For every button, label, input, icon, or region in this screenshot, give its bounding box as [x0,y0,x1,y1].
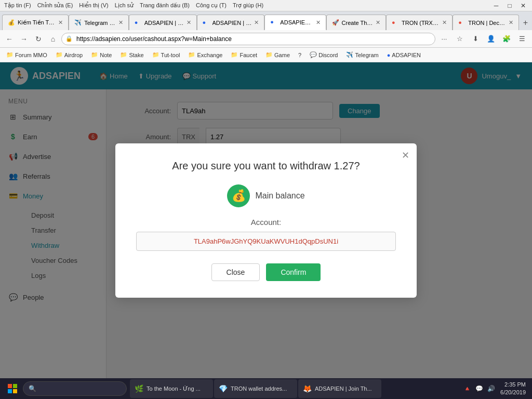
taskbar-label-adsapien: ADSAPIEN | Join Th... [315,385,372,392]
menu-trangdanhday[interactable]: Trang đánh dấu (B) [140,2,190,9]
modal-close-button[interactable]: ✕ [402,150,409,161]
close-button[interactable]: ✕ [518,1,528,10]
address-input[interactable] [61,33,435,45]
home-button[interactable]: ⌂ [47,33,59,45]
taskbar-search[interactable]: 🔍 [23,381,127,396]
lock-icon: 🔒 [65,35,73,42]
tab-tron2[interactable]: ● TRON | Decent... ✕ [453,15,519,30]
taskbar-app-tron[interactable]: 💎 TRON wallet addres... [214,379,297,398]
menu-taptin[interactable]: Tập tin (F) [4,2,31,9]
taskbar-right: 🔺 💬 🔊 2:35 PM 6/20/2019 [462,381,529,397]
menu-hienthi[interactable]: Hiển thị (V) [79,2,108,9]
taskbar-app-adsapien[interactable]: 🦊 ADSAPIEN | Join Th... [298,379,381,398]
tab-close-adsapien5[interactable]: ✕ [316,19,321,26]
tab-icon-adsapien5: ● [270,19,277,26]
bookmark-tuttool[interactable]: 📁 Tut-tool [149,50,183,59]
menu-chinhedit[interactable]: Chỉnh sửa (E) [37,2,73,9]
more-button[interactable]: ··· [437,32,451,46]
tab-close-telegram[interactable]: ✕ [118,19,123,26]
bookmark-discord[interactable]: 💬 Discord [307,50,341,59]
bookmark-icon-exchange: 📁 [188,51,195,58]
address-bar: ← → ↻ ⌂ 🔒 ··· ☆ ⬇ 👤 🧩 ☰ [0,30,532,48]
refresh-button[interactable]: ↻ [32,33,45,45]
account-button[interactable]: 👤 [484,32,498,46]
menu-button[interactable]: ☰ [515,32,529,46]
modal-dialog: ✕ Are you sure you want to withdraw 1.27… [115,143,417,298]
bookmark-faucet[interactable]: 📁 Faucet [228,50,260,59]
modal-title: Are you sure you want to withdraw 1.27? [136,160,396,172]
browser-content: 🏃 ADSAPIEN 🏠 Home ⬆ Upgrade 💬 Support U … [0,62,532,378]
menu-trogiup[interactable]: Trợ giúp (H) [233,2,263,9]
tab-icon-createthread: 🚀 [332,19,339,26]
new-tab-button[interactable]: + [519,16,532,30]
tab-icon-telegram: ✈️ [74,19,82,26]
tab-icon-tron1: ● [392,19,399,26]
tab-label-createthread: Create Thread [342,20,373,26]
bookmark-forummmo[interactable]: 📁 Forum MMO [3,50,50,59]
taskbar-icon-adsapien: 🦊 [302,384,312,393]
bookmark-airdrop[interactable]: 📁 Airdrop [52,50,86,59]
extensions-button[interactable]: 🧩 [500,32,513,46]
bookmark-telegram[interactable]: ✈️ Telegram [343,50,381,59]
modal-buttons: Close Confirm [136,263,396,281]
tab-icon-adsapien4: ● [203,19,210,26]
menu-congtcu[interactable]: Công cụ (T) [196,2,227,9]
download-button[interactable]: ⬇ [469,32,482,46]
title-bar-menu[interactable]: Tập tin (F) Chỉnh sửa (E) Hiển thị (V) L… [4,2,263,9]
tab-telegram[interactable]: ✈️ Telegram Web ✕ [69,15,128,30]
bookmark-exchange[interactable]: 📁 Exchange [185,50,225,59]
tab-close-tron2[interactable]: ✕ [509,19,513,26]
forward-button[interactable]: → [18,33,30,45]
tab-close-tron1[interactable]: ✕ [442,19,447,26]
svg-rect-1 [13,384,17,388]
bookmark-icon-tuttool: 📁 [152,51,159,58]
modal-account-value: TLA9ahP6wJGhYQ9KUaKWVUH1dQqpDsUN1i [136,232,396,251]
window-controls[interactable]: ─ □ ✕ [491,1,528,10]
tray-icon-1[interactable]: 🔺 [462,384,472,393]
tray-icon-2[interactable]: 💬 [474,384,484,393]
tray-icon-3[interactable]: 🔊 [486,384,496,393]
tab-label-tron2: TRON | Decent... [468,20,506,26]
bookmark-label-telegram: Telegram [355,52,378,58]
taskbar-app-tomoon[interactable]: 🌿 To the Moon - Ứng ... [130,379,213,398]
bookmark-game[interactable]: 📁 Game [262,50,293,59]
bookmark-label-faucet: Faucet [240,52,257,58]
maximize-button[interactable]: □ [505,1,514,10]
tab-close-kiemtien[interactable]: ✕ [58,19,63,26]
bookmark-label-exchange: Exchange [197,52,222,58]
svg-rect-3 [13,389,17,393]
tab-adsapien5[interactable]: ● ADSAPIEN | ... ✕ [264,15,326,30]
bookmark-label-tuttool: Tut-tool [161,52,180,58]
tab-adsapien4[interactable]: ● ADSAPIEN | Joi... ✕ [197,15,265,30]
star-button[interactable]: ☆ [453,32,467,46]
bookmark-label-question: ? [298,52,301,58]
tab-close-createthread[interactable]: ✕ [376,19,380,26]
confirm-button[interactable]: Confirm [266,263,321,281]
tab-close-adsapien3[interactable]: ✕ [187,19,191,26]
modal-overlay: ✕ Are you sure you want to withdraw 1.27… [0,62,532,378]
bookmark-adsapien[interactable]: ● ADSAPIEN [384,51,424,59]
clock-date: 6/20/2019 [500,389,526,396]
taskbar-label-tomoon: To the Moon - Ứng ... [147,385,201,392]
tab-close-adsapien4[interactable]: ✕ [254,19,259,26]
tab-kiemtien[interactable]: 💰 Kiếm Tiền Trên... ✕ [2,15,69,30]
bookmark-question[interactable]: ? [295,51,304,59]
close-button[interactable]: Close [211,263,260,281]
bookmark-icon-note: 📁 [91,51,98,58]
bookmark-stake[interactable]: 📁 Stake [117,50,147,59]
tab-tron1[interactable]: ● TRON (TRX) pr... ✕ [386,15,453,30]
bookmark-label-airdrop: Airdrop [64,52,83,58]
taskbar-icon-tron: 💎 [218,384,228,393]
bookmark-icon-airdrop: 📁 [56,51,63,58]
bookmark-note[interactable]: 📁 Note [88,50,115,59]
bookmark-icon-faucet: 📁 [231,51,238,58]
start-button[interactable] [3,379,22,398]
tab-label-adsapien3: ADSAPIEN | Joi... [144,20,184,26]
menu-lichsu[interactable]: Lịch sử [115,2,134,9]
tab-adsapien3[interactable]: ● ADSAPIEN | Joi... ✕ [129,15,197,30]
minimize-button[interactable]: ─ [491,1,501,10]
tab-createthread[interactable]: 🚀 Create Thread ✕ [326,15,386,30]
tab-label-adsapien4: ADSAPIEN | Joi... [212,20,252,26]
bookmark-icon-adsapien: ● [387,52,391,58]
back-button[interactable]: ← [3,33,16,45]
